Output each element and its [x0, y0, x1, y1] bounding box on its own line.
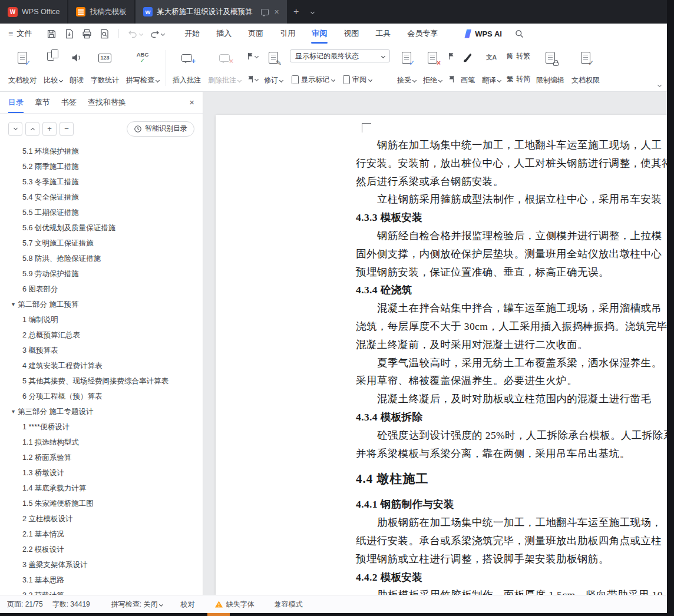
menu-item[interactable]: 工具: [367, 24, 399, 44]
doc-permission-button[interactable]: ✓ 文档权限: [568, 47, 603, 90]
flag-icon: [448, 52, 455, 60]
print-button[interactable]: [81, 28, 92, 39]
menu-item[interactable]: 引用: [272, 24, 303, 44]
new-tab-button[interactable]: +: [288, 0, 305, 24]
menu-item[interactable]: 开始: [176, 24, 208, 44]
insert-comment-button[interactable]: + 插入批注: [169, 47, 204, 90]
search-button[interactable]: [514, 28, 525, 39]
previous-revision-button[interactable]: [447, 49, 456, 62]
file-menu-label: 文件: [16, 28, 32, 39]
toc-item[interactable]: ▾2.1 基本情况: [0, 526, 202, 542]
toc-item[interactable]: ▾5.2 雨季施工措施: [0, 159, 202, 174]
tab-list-button[interactable]: [305, 0, 321, 24]
print-preview-button[interactable]: [99, 28, 110, 39]
spell-check-status[interactable]: 拼写检查: 关闭: [111, 600, 163, 610]
toc-item-label: 第二部分 施工预算: [18, 300, 78, 309]
menu-item[interactable]: 页面: [240, 24, 272, 44]
spell-check-button[interactable]: ABC✓ 拼写检查: [123, 47, 163, 90]
doc-proofing-button[interactable]: ✓ 文档校对: [5, 47, 40, 90]
translate-button[interactable]: 文A 翻译: [478, 47, 504, 90]
toc-item[interactable]: ▾1.1 拟选结构型式: [0, 435, 202, 450]
track-changes-button[interactable]: ✎ 修订: [260, 47, 286, 90]
missing-font-warning[interactable]: 缺失字体: [214, 600, 254, 610]
reject-revision-button[interactable]: × 拒绝: [419, 47, 445, 90]
compatibility-mode-indicator[interactable]: 兼容模式: [274, 600, 302, 610]
toc-item[interactable]: ▾5.3 冬季施工措施: [0, 174, 202, 190]
toc-item[interactable]: ▾1.5 朱家滩便桥施工图: [0, 496, 202, 511]
toc-item[interactable]: ▾2 立柱模板设计: [0, 511, 202, 526]
show-markup-button[interactable]: 显示标记: [290, 74, 336, 86]
toc-item[interactable]: ▾2 总概预算汇总表: [0, 327, 202, 343]
toc-item[interactable]: ▾6 分项工程概（预）算表: [0, 389, 202, 404]
review-mode-button[interactable]: 审阅: [341, 74, 374, 86]
close-sidebar-icon[interactable]: ×: [189, 98, 194, 107]
proofread-button[interactable]: 校对: [180, 600, 194, 610]
toc-item[interactable]: ▾5.7 文明施工保证措施: [0, 236, 202, 251]
menu-item[interactable]: 视图: [335, 24, 367, 44]
previous-comment-button[interactable]: [246, 49, 259, 62]
tab-docer-template[interactable]: 找稿壳模板: [68, 0, 134, 24]
toc-item[interactable]: ▾1.4 基底承载力计算: [0, 481, 202, 496]
to-simplified-button[interactable]: 繁 转简: [507, 72, 530, 85]
toc-item[interactable]: ▾5.1 环境保护措施: [0, 144, 202, 159]
menu-item[interactable]: 插入: [208, 24, 240, 44]
smart-toc-icon: [134, 125, 142, 133]
read-aloud-button[interactable]: 朗读: [66, 47, 87, 90]
toc-item[interactable]: ▾3 概预算表: [0, 343, 202, 358]
markup-state-select[interactable]: 显示标记的最终状态: [290, 49, 390, 62]
wps-ai-button[interactable]: WPS AI: [462, 29, 502, 38]
toc-item[interactable]: ▾3 盖梁支架体系设计: [0, 557, 202, 572]
undo-button[interactable]: [127, 28, 143, 39]
toc-item[interactable]: ▾6 图表部分: [0, 281, 202, 297]
save-button[interactable]: [46, 28, 57, 39]
toc-expand-icon: ▾: [12, 408, 15, 415]
toc-item[interactable]: ▾第三部分 施工专题设计: [0, 404, 202, 419]
toc-item[interactable]: ▾5 其他其接费、现场经费间接费综合率计算表: [0, 373, 202, 389]
close-tab-icon[interactable]: ×: [274, 8, 279, 16]
toc-item[interactable]: ▾3.1 基本思路: [0, 572, 202, 588]
smart-toc-button[interactable]: 智能识别目录: [127, 121, 194, 137]
toc-item[interactable]: ▾5.5 工期保证措施: [0, 205, 202, 220]
redo-button[interactable]: [149, 28, 164, 39]
toc-next-heading-button[interactable]: [8, 122, 22, 136]
word-count-button[interactable]: 123 字数统计: [87, 47, 123, 90]
toc-item[interactable]: ▾1.2 桥面系验算: [0, 450, 202, 465]
toc-item-label: 5.3 冬季施工措施: [22, 178, 79, 186]
sidebar-tab[interactable]: 查找和替换: [88, 92, 126, 113]
next-comment-button[interactable]: [246, 72, 259, 85]
toc-item[interactable]: ▾第二部分 施工预算: [0, 297, 202, 312]
toc-expand-all-button[interactable]: +: [42, 122, 57, 136]
ink-brush-button[interactable]: 画笔: [457, 47, 478, 90]
toc-item[interactable]: ▾5.8 防洪、抢险保证措施: [0, 251, 202, 266]
toc-item[interactable]: ▾5.9 劳动保护措施: [0, 266, 202, 281]
toc-item[interactable]: ▾5.6 创优规划及质量保证措施: [0, 220, 202, 236]
toc-item[interactable]: ▾4 建筑安装工程费计算表: [0, 358, 202, 373]
toc-item[interactable]: ▾3.2 荷载计算: [0, 588, 202, 595]
sidebar-tab[interactable]: 目录: [8, 92, 24, 113]
toc-item[interactable]: ▾5.4 安全保证措施: [0, 190, 202, 205]
next-revision-button[interactable]: [447, 72, 456, 85]
toc-item[interactable]: ▾1.3 桥墩设计: [0, 465, 202, 481]
toc-collapse-all-button[interactable]: −: [60, 122, 74, 136]
sidebar-tab[interactable]: 书签: [61, 92, 77, 113]
export-pdf-button[interactable]: [64, 28, 75, 39]
toc-item[interactable]: ▾2.2 模板设计: [0, 542, 202, 557]
tab-active-document[interactable]: W 某大桥施工组织设计及概预算 ×: [136, 0, 287, 24]
compare-button[interactable]: 比较: [40, 47, 66, 90]
restrict-editing-button[interactable]: 限制编辑: [533, 47, 568, 90]
file-menu-button[interactable]: ≡ 文件: [0, 28, 38, 39]
document-page[interactable]: 钢筋在加工场集中统一加工，工地翻斗车运至施工现场，人工行安装。安装前，放出桩位中…: [216, 115, 667, 595]
ribbon-collapse-button[interactable]: [658, 78, 661, 89]
tab-wps-office-home[interactable]: W WPS Office: [0, 0, 67, 24]
menu-item[interactable]: 会员专享: [399, 24, 446, 44]
toc-item[interactable]: ▾1 编制说明: [0, 312, 202, 327]
to-traditional-button[interactable]: 简 转繁: [507, 49, 530, 62]
word-count-indicator[interactable]: 字数: 34419: [52, 600, 90, 610]
accept-revision-button[interactable]: ✓ 接受: [394, 47, 419, 90]
toc-item[interactable]: ▾1 ****便桥设计: [0, 419, 202, 435]
sidebar-tab[interactable]: 章节: [35, 92, 50, 113]
delete-comment-button[interactable]: × 删除批注: [204, 47, 245, 90]
menu-item[interactable]: 审阅: [303, 24, 335, 44]
toc-previous-heading-button[interactable]: [25, 122, 39, 136]
delete-comment-icon: ×: [219, 49, 230, 66]
